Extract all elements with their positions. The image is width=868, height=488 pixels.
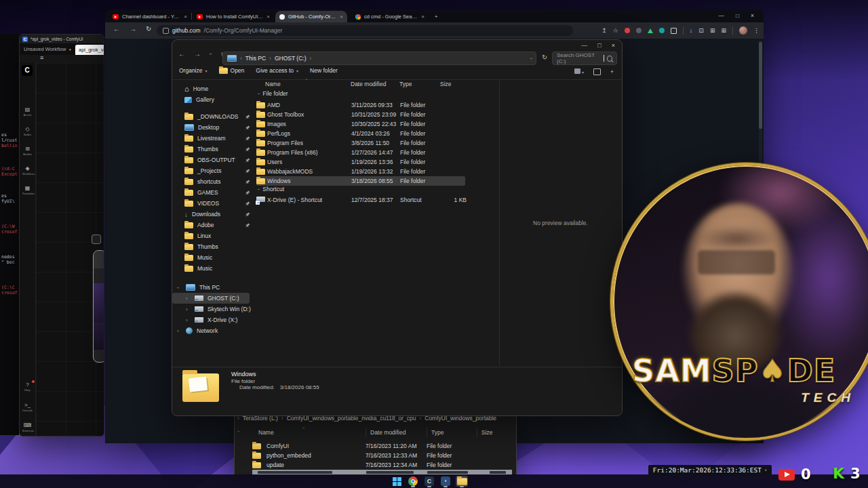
apps-grid-icon[interactable]: ⊞ (721, 27, 726, 34)
sidebar-item-network[interactable]: › Network (172, 325, 255, 336)
sidebar-item-shortcuts[interactable]: ⌨ Shortcuts (22, 422, 33, 432)
browser-tab-github-active[interactable]: GitHub - Comfy-Org/ComfyUI-... × (275, 11, 347, 22)
new-folder-button[interactable]: New folder (310, 67, 338, 74)
sidebar-item-ghost-c-selected[interactable]: › GHOST (C:) (172, 293, 250, 304)
tab-api-grok-vid[interactable]: api_grok_vid (75, 45, 104, 55)
column-type[interactable]: Type (427, 428, 477, 437)
address-bar[interactable]: github.com/Comfy-Org/ComfyUI-Manager (157, 25, 573, 36)
collapse-chevron-icon[interactable]: › (258, 92, 259, 96)
explorer-window-ghost-c[interactable]: — □ × ← → › ↑ › This PC › GHOST (C:) › ›… (172, 39, 623, 416)
back-button[interactable]: ← (178, 50, 185, 58)
console-window-edge[interactable]: es l/cust bellin (cd:C Except es fyUI\ (… (0, 34, 19, 435)
breadcrumb-drive[interactable]: GHOST (C:) (275, 55, 307, 62)
sidebar-item-adobe[interactable]: Adobe (172, 220, 255, 230)
sidebar-item-livestream[interactable]: Livestream (172, 133, 255, 144)
sidebar-item-templates[interactable]: ▦ Templates (22, 185, 33, 195)
column-size[interactable]: Size (477, 428, 511, 437)
tab-groups-icon[interactable]: ⊞ (710, 27, 715, 34)
file-row[interactable]: ComfyUI 7/16/2023 11:20 AM File folder (252, 441, 477, 451)
give-access-button[interactable]: Give access to ▾ (256, 67, 298, 74)
tab-close-icon[interactable]: × (267, 14, 270, 20)
sidebar-item-music[interactable]: Music (172, 252, 255, 263)
chrome-menu-icon[interactable]: ⋮ (753, 27, 760, 34)
file-row-shortcut[interactable]: ↗ X-Drive (E) - Shortcut 12/7/2025 18:37… (256, 195, 471, 205)
column-headers[interactable]: Name Date modified Type Size (258, 428, 511, 437)
file-row[interactable]: Images10/30/2025 22:43File folder (256, 119, 471, 129)
collapsed-chevron-icon[interactable]: › (177, 328, 182, 334)
browser-tab-install-comfyui[interactable]: How to Install ComfyUI in 4 M... × (193, 11, 274, 22)
taskbar-comfyui[interactable]: C (423, 476, 435, 487)
new-tab-button[interactable]: + (431, 11, 443, 22)
tab-close-icon[interactable]: × (184, 14, 187, 20)
file-row[interactable]: WabbajackMODS1/19/2026 13:32File folder (256, 167, 471, 176)
taskbar-terminal[interactable]: › (439, 476, 452, 487)
open-button[interactable]: Open (219, 67, 245, 74)
sidebar-item-videos[interactable]: VIDEOS (172, 198, 255, 209)
tab-close-icon[interactable]: × (421, 14, 425, 20)
column-size[interactable]: Size (440, 81, 471, 87)
browser-tab-google-search[interactable]: cd cmd - Google Search × (351, 11, 429, 22)
file-row[interactable]: PerfLogs4/1/2024 03:26File folder (256, 129, 471, 138)
extension-icon[interactable] (671, 28, 677, 34)
column-headers[interactable]: Name Date modified Type Size (265, 81, 471, 87)
sidebar-item-workflows[interactable]: ◈ Workflows (22, 165, 33, 176)
refresh-icon[interactable]: ↻ (542, 54, 547, 61)
file-row[interactable]: AMD3/11/2026 09:33File folder (256, 100, 471, 110)
taskbar-explorer-active[interactable] (456, 476, 468, 487)
breadcrumb-this-pc[interactable]: This PC (245, 55, 266, 62)
sidebar-item-this-pc[interactable]: › This PC (172, 282, 255, 293)
sidebar-item-games[interactable]: GAMES (172, 187, 255, 198)
tab-unsaved-workflow[interactable]: Unsaved Workflow ● (20, 46, 75, 52)
sidebar-item-obs-output[interactable]: OBS-OUTPUT (172, 155, 255, 165)
side-panel-icon[interactable]: ⊡ (698, 27, 704, 34)
file-row[interactable]: Ghost Toolbox10/31/2025 23:09File folder (256, 110, 471, 119)
sidebar-item-help[interactable]: ? Help (22, 382, 33, 392)
profile-avatar[interactable] (739, 26, 747, 35)
search-box[interactable]: Search GHOST (C:) (552, 52, 617, 65)
extension-triangle-icon[interactable] (648, 28, 653, 33)
comfyui-rail-logo-icon[interactable]: C (22, 65, 33, 76)
sidebar-item-downloads[interactable]: ↓Downloads (172, 209, 255, 220)
sidebar-item-home[interactable]: ⌂ Home (172, 83, 255, 94)
extension-icon[interactable] (659, 28, 665, 33)
column-name[interactable]: Name (265, 81, 351, 87)
comfyui-window[interactable]: C *api_grok_video - ComfyUI Unsaved Work… (19, 34, 104, 436)
file-row[interactable]: update 7/16/2023 12:34 AM File folder (252, 460, 477, 470)
sidebar-item-thumbs2[interactable]: Thumbs (172, 241, 255, 252)
canvas-widget[interactable] (92, 235, 101, 244)
start-button[interactable] (391, 476, 403, 487)
organize-button[interactable]: Organize ▾ (179, 67, 208, 74)
workflow-node-partial[interactable] (93, 250, 104, 363)
file-row-windows-selected[interactable]: Windows3/18/2026 08:55File folder (256, 176, 465, 186)
file-row[interactable]: Program Files (x86)1/27/2026 14:47File f… (256, 148, 471, 157)
change-view-button[interactable]: ▾ (574, 68, 584, 75)
collapsed-chevron-icon[interactable]: › (186, 306, 191, 312)
explorer-window-comfyui-portable[interactable]: › TeraStore (L:) › ComfyUI_windows_porta… (234, 412, 517, 476)
back-button[interactable]: ← (113, 25, 120, 33)
column-name[interactable]: Name (258, 428, 366, 437)
bookmark-star-icon[interactable]: ☆ (613, 27, 618, 34)
sidebar-item-linux[interactable]: Linux (172, 230, 255, 241)
file-row[interactable]: python_embeded 7/16/2023 12:33 AM File f… (252, 451, 477, 460)
preview-pane-button[interactable] (593, 68, 601, 75)
sidebar-item-projects[interactable]: _Projects (172, 165, 255, 176)
sidebar-item-downloads-pinned[interactable]: _DOWNLOADS (172, 111, 255, 122)
comfyui-canvas[interactable]: T: 0.00s I: 0 N: 3 [3] V: 13 FPS:120.48 (36, 63, 104, 436)
extension-icon[interactable] (636, 28, 642, 33)
reload-button[interactable]: ↻ (146, 25, 151, 33)
sidebar-item-skytech-win-d[interactable]: › Skytech Win (D:) (172, 304, 255, 314)
sidebar-item-models[interactable]: ⊞ Models (22, 146, 33, 156)
expand-ribbon-icon[interactable]: + (610, 68, 614, 75)
sidebar-item-nodes[interactable]: ◇ Nodes (22, 126, 33, 136)
forward-button[interactable]: → (130, 25, 136, 33)
sidebar-item-assets[interactable]: ▤ Assets (22, 106, 33, 117)
sidebar-item-thumbs[interactable]: Thumbs (172, 144, 255, 155)
close-button[interactable]: × (751, 12, 754, 19)
address-dropdown-icon[interactable]: › (530, 56, 532, 61)
sidebar-item-console[interactable]: >_ Console (22, 402, 33, 412)
sidebar-item-gallery[interactable]: Gallery (172, 94, 255, 105)
scrollbar-thumb[interactable] (759, 42, 762, 129)
sidebar-item-x-drive-x[interactable]: › X-Drive (X:) (172, 314, 255, 325)
address-breadcrumb[interactable]: › This PC › GHOST (C:) › › (222, 52, 536, 65)
downloads-icon[interactable]: ↓ (690, 27, 693, 34)
